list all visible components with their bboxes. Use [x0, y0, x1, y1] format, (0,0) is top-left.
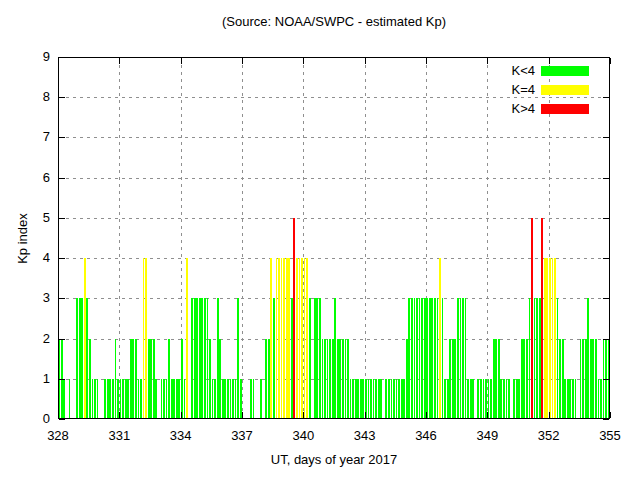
- y-tick-label: 9: [18, 50, 50, 64]
- xtick-top: [119, 58, 120, 64]
- ytick-right: [603, 258, 609, 259]
- ytick-right: [603, 137, 609, 138]
- xtick-top: [181, 58, 182, 64]
- ytick-left: [59, 379, 65, 380]
- x-tick-label: 331: [97, 429, 141, 443]
- xtick-top: [610, 58, 611, 64]
- y-tick-label: 2: [18, 332, 50, 346]
- legend-label: K<4: [475, 64, 535, 78]
- ytick-left: [59, 178, 65, 179]
- y-tick-label: 1: [18, 372, 50, 386]
- ytick-right: [603, 419, 609, 420]
- x-tick-label: 346: [404, 429, 448, 443]
- xtick-bottom: [426, 412, 427, 418]
- legend-swatch: [541, 104, 589, 114]
- xtick-bottom: [303, 412, 304, 418]
- ytick-right: [603, 379, 609, 380]
- xtick-top: [426, 58, 427, 64]
- ytick-right: [603, 57, 609, 58]
- x-tick-label: 340: [281, 429, 325, 443]
- y-tick-label: 6: [18, 171, 50, 185]
- x-tick-label: 355: [588, 429, 632, 443]
- ytick-right: [603, 218, 609, 219]
- xtick-top: [303, 58, 304, 64]
- x-tick-label: 343: [343, 429, 387, 443]
- xtick-bottom: [365, 412, 366, 418]
- ytick-right: [603, 298, 609, 299]
- ytick-right: [603, 339, 609, 340]
- plot-area: K<4K=4K>4: [58, 57, 610, 419]
- y-tick-label: 3: [18, 291, 50, 305]
- x-tick-label: 349: [465, 429, 509, 443]
- ytick-left: [59, 298, 65, 299]
- xtick-bottom: [242, 412, 243, 418]
- ytick-left: [59, 339, 65, 340]
- chart-title: (Source: NOAA/SWPC - estimated Kp): [58, 14, 610, 29]
- xtick-top: [242, 58, 243, 64]
- xtick-bottom: [610, 412, 611, 418]
- ytick-left: [59, 97, 65, 98]
- xtick-bottom: [549, 412, 550, 418]
- ytick-left: [59, 218, 65, 219]
- xtick-top: [365, 58, 366, 64]
- xtick-top: [549, 58, 550, 64]
- x-tick-label: 334: [159, 429, 203, 443]
- kp-index-chart: (Source: NOAA/SWPC - estimated Kp) K<4K=…: [0, 0, 640, 480]
- ytick-left: [59, 137, 65, 138]
- ytick-left: [59, 419, 65, 420]
- y-axis-label: Kp index: [15, 204, 30, 274]
- x-tick-label: 328: [36, 429, 80, 443]
- legend-swatch: [541, 85, 589, 95]
- x-tick-label: 337: [220, 429, 264, 443]
- y-tick-label: 8: [18, 90, 50, 104]
- ytick-right: [603, 97, 609, 98]
- legend-label: K>4: [475, 102, 535, 116]
- ytick-left: [59, 258, 65, 259]
- ytick-left: [59, 57, 65, 58]
- legend-label: K=4: [475, 83, 535, 97]
- xtick-bottom: [487, 412, 488, 418]
- x-tick-label: 352: [527, 429, 571, 443]
- xtick-bottom: [119, 412, 120, 418]
- xtick-top: [58, 58, 59, 64]
- xtick-bottom: [58, 412, 59, 418]
- y-tick-label: 7: [18, 130, 50, 144]
- x-axis-label: UT, days of year 2017: [58, 452, 610, 467]
- xtick-bottom: [181, 412, 182, 418]
- legend-swatch: [541, 66, 589, 76]
- ytick-right: [603, 178, 609, 179]
- y-tick-label: 0: [18, 412, 50, 426]
